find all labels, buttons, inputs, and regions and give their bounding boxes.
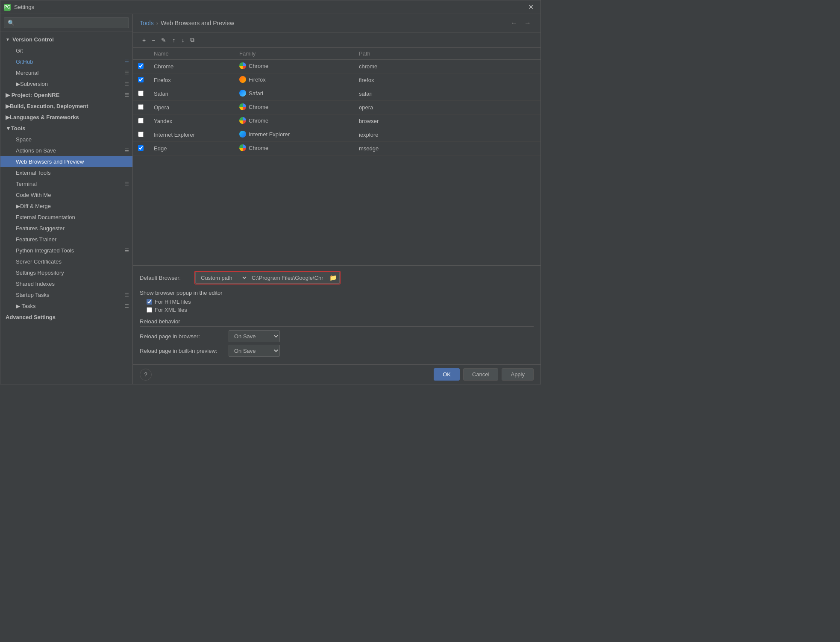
browser-checkbox[interactable] bbox=[138, 77, 144, 82]
sidebar-item-github[interactable]: GitHub ☰ bbox=[0, 56, 132, 67]
browser-checkbox[interactable] bbox=[138, 118, 144, 123]
sidebar-item-languages-frameworks[interactable]: ▶ Languages & Frameworks bbox=[0, 111, 132, 123]
sidebar-item-space[interactable]: Space bbox=[0, 134, 132, 145]
repo-icon: ☰ bbox=[125, 181, 129, 187]
chevron-right-icon: ▶ bbox=[6, 92, 12, 98]
ok-button[interactable]: OK bbox=[434, 368, 460, 381]
table-row[interactable]: Yandex Chrome browser bbox=[133, 114, 540, 128]
col-family[interactable]: Family bbox=[234, 48, 354, 60]
sidebar-item-git[interactable]: Git — bbox=[0, 45, 132, 56]
browser-checkbox[interactable] bbox=[138, 63, 144, 69]
for-xml-checkbox[interactable] bbox=[147, 307, 152, 313]
repo-icon: ☰ bbox=[125, 303, 129, 309]
row-name: Edge bbox=[149, 142, 234, 155]
move-up-button[interactable]: ↑ bbox=[170, 35, 178, 45]
row-checkbox-cell[interactable] bbox=[133, 128, 149, 142]
toolbar: + − ✎ ↑ ↓ ⧉ bbox=[133, 32, 540, 48]
back-button[interactable]: ← bbox=[508, 18, 520, 28]
search-input[interactable] bbox=[4, 18, 129, 28]
show-popup-label: Show browser popup in the editor bbox=[140, 290, 534, 296]
browser-path-input[interactable] bbox=[248, 273, 327, 283]
sidebar-item-server-certificates[interactable]: Server Certificates bbox=[0, 256, 132, 267]
reload-preview-label: Reload page in built-in preview: bbox=[140, 348, 225, 354]
table-row[interactable]: Chrome Chrome chrome bbox=[133, 60, 540, 73]
reload-browser-row: Reload page in browser: On Save On Chang… bbox=[140, 330, 534, 342]
reload-preview-dropdown[interactable]: On Save On Change Disabled bbox=[229, 345, 280, 357]
apply-button[interactable]: Apply bbox=[502, 368, 534, 381]
repo-icon: ☰ bbox=[125, 292, 129, 298]
sidebar-item-shared-indexes[interactable]: Shared Indexes bbox=[0, 278, 132, 289]
remove-browser-button[interactable]: − bbox=[149, 35, 158, 45]
row-family: Chrome bbox=[234, 114, 354, 128]
main-content: ▼ Version Control Git — GitHub ☰ Mercuri… bbox=[0, 14, 540, 384]
row-checkbox-cell[interactable] bbox=[133, 87, 149, 101]
sidebar-item-features-trainer[interactable]: Features Trainer bbox=[0, 234, 132, 245]
table-row[interactable]: Safari Safari safari bbox=[133, 87, 540, 101]
col-path[interactable]: Path bbox=[354, 48, 540, 60]
sidebar-item-project-opennre[interactable]: ▶ Project: OpenNRE ☰ bbox=[0, 89, 132, 100]
for-html-row[interactable]: For HTML files bbox=[147, 299, 534, 305]
for-xml-row[interactable]: For XML files bbox=[147, 307, 534, 313]
browse-button[interactable]: 📁 bbox=[327, 273, 339, 282]
sidebar: ▼ Version Control Git — GitHub ☰ Mercuri… bbox=[0, 14, 133, 384]
browser-checkbox[interactable] bbox=[138, 132, 144, 137]
sidebar-item-advanced-settings[interactable]: Advanced Settings bbox=[0, 311, 132, 322]
sidebar-item-external-documentation[interactable]: External Documentation bbox=[0, 211, 132, 223]
cancel-button[interactable]: Cancel bbox=[463, 368, 498, 381]
repo-icon: ☰ bbox=[125, 81, 129, 87]
row-name: Yandex bbox=[149, 114, 234, 128]
for-html-label: For HTML files bbox=[155, 299, 191, 305]
sidebar-item-build-execution[interactable]: ▶ Build, Execution, Deployment bbox=[0, 100, 132, 111]
sidebar-item-subversion[interactable]: ▶ Subversion ☰ bbox=[0, 78, 132, 89]
help-button[interactable]: ? bbox=[140, 369, 152, 381]
table-row[interactable]: Internet Explorer Internet Explorer iexp… bbox=[133, 128, 540, 142]
repo-icon: ☰ bbox=[125, 70, 129, 76]
chevron-right-icon: ▶ bbox=[6, 114, 10, 120]
reload-browser-dropdown[interactable]: On Save On Change Disabled bbox=[229, 330, 280, 342]
default-browser-dropdown[interactable]: Custom path System default Chrome Firefo… bbox=[195, 272, 248, 284]
breadcrumb-current: Web Browsers and Preview bbox=[161, 20, 234, 26]
copy-button[interactable]: ⧉ bbox=[188, 35, 197, 45]
row-checkbox-cell[interactable] bbox=[133, 142, 149, 155]
row-family: Chrome bbox=[234, 142, 354, 155]
browser-table: Name Family Path Chrome Chrome bbox=[133, 48, 540, 155]
row-checkbox-cell[interactable] bbox=[133, 73, 149, 87]
settings-area: Default Browser: Custom path System defa… bbox=[133, 265, 540, 364]
move-down-button[interactable]: ↓ bbox=[179, 35, 187, 45]
table-row[interactable]: Opera Chrome opera bbox=[133, 101, 540, 114]
panel-header: Tools › Web Browsers and Preview ← → bbox=[133, 14, 540, 32]
browser-checkbox[interactable] bbox=[138, 104, 144, 110]
add-browser-button[interactable]: + bbox=[140, 35, 148, 45]
sidebar-item-web-browsers[interactable]: Web Browsers and Preview bbox=[0, 156, 132, 167]
sidebar-item-code-with-me[interactable]: Code With Me bbox=[0, 189, 132, 200]
forward-button[interactable]: → bbox=[522, 18, 534, 28]
sidebar-item-settings-repository[interactable]: Settings Repository bbox=[0, 267, 132, 278]
chevron-right-icon: ▶ bbox=[16, 81, 20, 87]
browser-checkbox[interactable] bbox=[138, 145, 144, 151]
sidebar-item-actions-on-save[interactable]: Actions on Save ☰ bbox=[0, 145, 132, 156]
sidebar-item-tasks[interactable]: ▶ Tasks ☰ bbox=[0, 300, 132, 311]
sidebar-item-startup-tasks[interactable]: Startup Tasks ☰ bbox=[0, 289, 132, 300]
row-checkbox-cell[interactable] bbox=[133, 101, 149, 114]
sidebar-item-mercurial[interactable]: Mercurial ☰ bbox=[0, 67, 132, 78]
sidebar-item-python-integrated[interactable]: Python Integrated Tools ☰ bbox=[0, 245, 132, 256]
col-name[interactable]: Name bbox=[149, 48, 234, 60]
for-html-checkbox[interactable] bbox=[147, 299, 152, 305]
sidebar-item-features-suggester[interactable]: Features Suggester bbox=[0, 223, 132, 234]
browser-checkbox[interactable] bbox=[138, 91, 144, 96]
sidebar-item-diff-merge[interactable]: ▶ Diff & Merge bbox=[0, 200, 132, 211]
row-checkbox-cell[interactable] bbox=[133, 60, 149, 73]
repo-icon: ☰ bbox=[125, 59, 129, 64]
breadcrumb-root[interactable]: Tools bbox=[140, 20, 154, 26]
for-xml-label: For XML files bbox=[155, 307, 187, 313]
table-row[interactable]: Firefox Firefox firefox bbox=[133, 73, 540, 87]
sidebar-item-version-control[interactable]: ▼ Version Control bbox=[0, 34, 132, 45]
close-button[interactable]: ✕ bbox=[525, 1, 537, 13]
row-checkbox-cell[interactable] bbox=[133, 114, 149, 128]
table-row[interactable]: Edge Chrome msedge bbox=[133, 142, 540, 155]
sidebar-item-external-tools[interactable]: External Tools bbox=[0, 167, 132, 178]
default-browser-controls: Custom path System default Chrome Firefo… bbox=[194, 271, 341, 284]
sidebar-item-tools[interactable]: ▼ Tools bbox=[0, 123, 132, 134]
edit-browser-button[interactable]: ✎ bbox=[159, 35, 169, 45]
sidebar-item-terminal[interactable]: Terminal ☰ bbox=[0, 178, 132, 189]
